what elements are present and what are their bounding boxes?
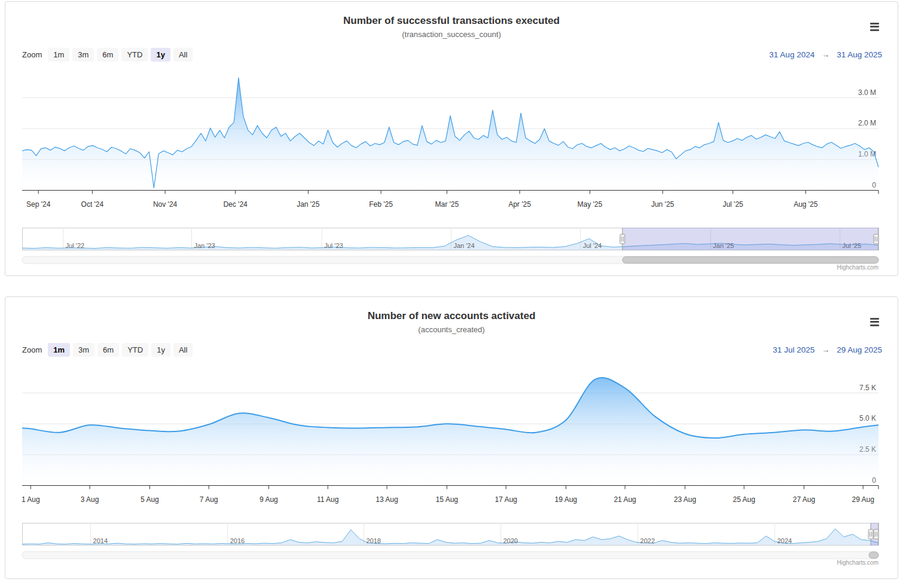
x-axis-label: Sep '24 [26,200,51,209]
chart-context-menu-button[interactable] [867,315,882,328]
chart-header: Number of new accounts activated (accoun… [5,297,898,335]
x-axis-label: 19 Aug [555,495,577,504]
area-series-fill [22,78,878,190]
zoom-button-1y[interactable]: 1y [151,48,170,62]
navigator-label: 2016 [230,537,245,544]
zoom-button-6m[interactable]: 6m [97,343,119,357]
range-arrow-icon: → [822,345,829,354]
accounts-chart-panel: Number of new accounts activated (accoun… [5,296,898,579]
range-arrow-icon: → [822,50,829,59]
navigator-label: Jan '23 [194,242,215,249]
navigator-label: Jul '22 [66,242,84,249]
x-axis-label: Jan '25 [297,200,320,209]
transactions-chart-plot[interactable]: 01.0 M2.0 M3.0 MSep '24Oct '24Nov '24Dec… [5,66,895,272]
navigator-label: 2024 [777,537,792,544]
navigator-outline [23,523,878,546]
chart-header: Number of successful transactions execut… [5,2,898,39]
x-axis-label: Feb '25 [369,200,393,209]
chart-subtitle: (accounts_created) [5,325,898,335]
range-dates: 31 Jul 2025 → 29 Aug 2025 [773,345,882,354]
y-axis-label: 2.0 M [858,119,876,127]
x-axis-label: Dec '24 [223,200,248,209]
range-from-input[interactable]: 31 Aug 2024 [769,50,814,59]
scrollbar-track[interactable] [22,552,878,559]
x-axis-label: Mar '25 [435,200,459,209]
x-axis-label: 17 Aug [495,495,517,504]
navigator-right-handle[interactable] [874,529,878,539]
highcharts-credits-link[interactable]: Highcharts.com [837,559,878,566]
x-axis-label: 11 Aug [317,495,338,504]
range-selector-row: Zoom 1m3m6mYTD1yAll 31 Aug 2024 → 31 Aug… [5,47,898,62]
zoom-button-ytd[interactable]: YTD [122,343,148,357]
y-axis-label: 5.0 K [859,414,876,422]
x-axis-label: Aug '25 [794,200,818,209]
x-axis-label: 3 Aug [81,495,99,504]
navigator-left-handle[interactable] [620,234,625,244]
x-axis-label: Apr '25 [508,200,531,209]
navigator-selected-mask[interactable] [623,228,878,250]
x-axis-label: Oct '24 [81,200,104,209]
transactions-chart-panel: Number of successful transactions execut… [5,1,898,276]
range-selector-row: Zoom 1m3m6mYTD1yAll 31 Jul 2025 → 29 Aug… [5,342,898,357]
zoom-button-ytd[interactable]: YTD [121,48,148,62]
x-axis-label: Jul '25 [722,200,743,209]
chart-title: Number of successful transactions execut… [5,15,898,27]
x-axis-label: 13 Aug [376,495,398,504]
chart-subtitle: (transaction_success_count) [5,30,898,39]
hamburger-icon [868,23,881,31]
chart-title: Number of new accounts activated [5,310,898,322]
hamburger-icon [868,318,881,326]
zoom-button-6m[interactable]: 6m [97,48,118,62]
x-axis-label: Nov '24 [153,200,178,209]
scrollbar-thumb[interactable] [623,257,878,264]
x-axis-label: 21 Aug [614,495,636,504]
navigator-label: Jan '24 [453,242,474,249]
x-axis-label: May '25 [578,200,603,209]
navigator-label: 2022 [640,537,655,544]
zoom-button-1y[interactable]: 1y [151,343,170,357]
navigator-label: 2018 [366,537,380,544]
chart-context-menu-button[interactable] [867,20,882,33]
x-axis-label: 7 Aug [200,495,218,504]
zoom-button-1m[interactable]: 1m [48,48,69,62]
zoom-button-3m[interactable]: 3m [73,343,94,357]
x-axis-label: 27 Aug [793,495,815,504]
scrollbar-thumb[interactable] [869,552,878,559]
area-series-fill [22,378,878,486]
accounts-chart-plot[interactable]: 02.5 K5.0 K7.5 K1 Aug3 Aug5 Aug7 Aug9 Au… [5,361,895,568]
zoom-button-all[interactable]: All [173,343,193,357]
navigator-label: 2020 [504,537,518,544]
zoom-button-1m[interactable]: 1m [48,343,70,357]
zoom-buttons: 1m3m6mYTD1yAll [48,48,196,62]
range-dates: 31 Aug 2024 → 31 Aug 2025 [769,50,882,59]
x-axis-label: 15 Aug [436,495,458,504]
navigator-label: 2014 [93,537,108,544]
y-axis-label: 7.5 K [859,384,876,392]
navigator-label: Jul '23 [324,242,343,249]
highcharts-credits-link[interactable]: Highcharts.com [837,264,878,271]
y-axis-label: 3.0 M [858,88,876,97]
dashboard-page: Number of successful transactions execut… [0,1,903,579]
range-to-input[interactable]: 29 Aug 2025 [837,345,882,354]
x-axis-label: Jun '25 [651,200,675,209]
zoom-button-3m[interactable]: 3m [72,48,94,62]
x-axis-label: 25 Aug [733,495,755,504]
zoom-label: Zoom [22,50,42,59]
zoom-label: Zoom [22,345,42,354]
x-axis-label: 5 Aug [141,495,159,504]
navigator-left-handle[interactable] [868,529,873,539]
range-from-input[interactable]: 31 Jul 2025 [773,345,814,354]
navigator-label: Jul '24 [583,242,602,249]
x-axis-label: 23 Aug [674,495,696,504]
x-axis-label: 1 Aug [22,495,40,504]
x-axis-label: 9 Aug [260,495,278,504]
range-to-input[interactable]: 31 Aug 2025 [837,50,882,59]
zoom-button-all[interactable]: All [173,48,193,62]
navigator-right-handle[interactable] [874,234,878,244]
zoom-buttons: 1m3m6mYTD1yAll [48,343,196,357]
x-axis-label: 29 Aug [852,495,874,504]
